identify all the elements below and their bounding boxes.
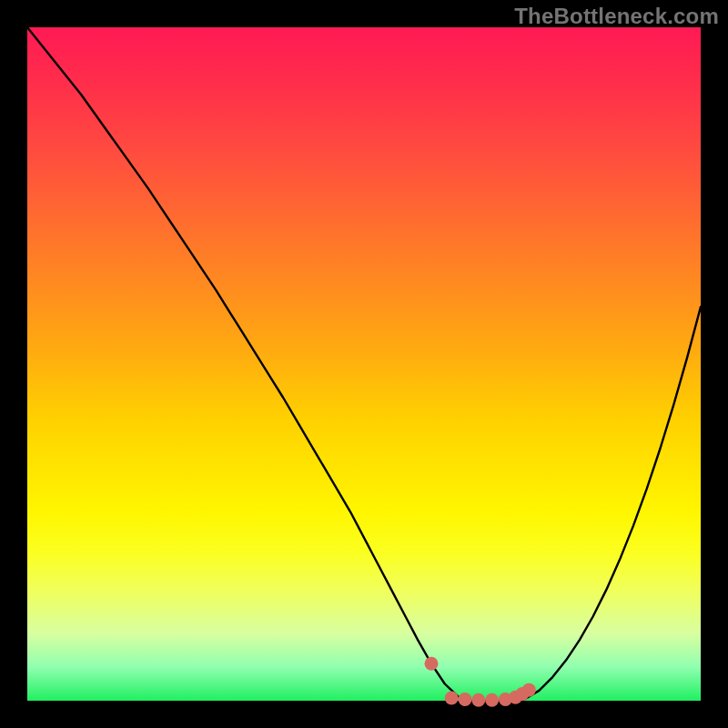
chart-frame: TheBottleneck.com: [0, 0, 728, 728]
trough-marker: [459, 693, 472, 706]
trough-marker: [485, 693, 499, 707]
bottleneck-curve: [27, 27, 701, 701]
watermark-text: TheBottleneck.com: [514, 4, 719, 29]
trough-markers: [425, 657, 536, 707]
trough-marker: [522, 683, 536, 697]
curve-svg: [27, 27, 701, 701]
trough-marker: [471, 693, 485, 707]
gradient-plot-area: [27, 27, 701, 701]
trough-marker: [445, 692, 459, 705]
trough-marker: [425, 657, 439, 671]
